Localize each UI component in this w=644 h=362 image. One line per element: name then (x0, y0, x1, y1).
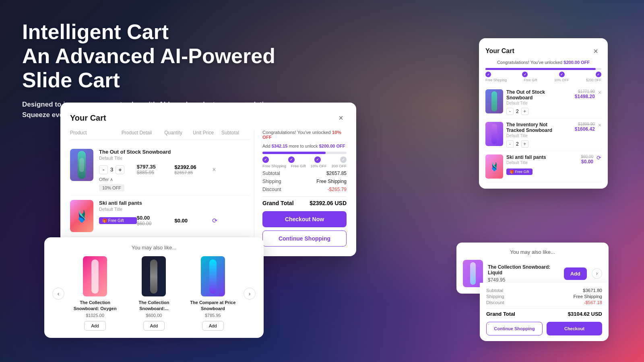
right-progress-dots: ✓ ✓ ✓ ✓ (485, 72, 601, 77)
right-free-gift: 🎁 Free Gift (506, 169, 533, 175)
bs-grand-total: Grand Total $3104.62 USD (486, 308, 602, 317)
right-img-pants: 🩱 (485, 154, 503, 179)
bs-discount-val: -$567.18 (584, 300, 602, 305)
right-orig-2: $1899.90 (563, 122, 595, 126)
main-cart-header: Your Cart × (70, 112, 347, 123)
dot-200off: ✓ (340, 156, 347, 163)
right-cart-close[interactable]: × (590, 45, 601, 57)
label-shipping: Free Shipping (262, 164, 286, 168)
discount-label: Discount (262, 187, 281, 192)
progress-labels: Free Shipping Free Gift 10% OFF 200 OFF (262, 164, 347, 168)
label-200off: 200 OFF (332, 164, 347, 168)
bs-checkout-button[interactable]: Checkout (547, 322, 602, 335)
right-progress-fill (485, 68, 596, 70)
right-qty-2: - 2 + (506, 140, 559, 148)
right-curr-pants: $0.00 (561, 159, 593, 165)
subtotal-row: Subtotal $2657.85 (262, 171, 347, 176)
right-img-snowboard1 (485, 89, 503, 113)
r-label-4: $200 OFF (586, 78, 601, 82)
right-item-pants: 🩱 Ski anti fall pants Default Title 🎁 Fr… (485, 151, 601, 182)
right-increase-1[interactable]: + (521, 108, 528, 115)
right-cart-title: Your Cart (485, 47, 514, 55)
bs-continue-button[interactable]: Continue Shopping (486, 322, 543, 335)
right-variant-2: Default Title (506, 134, 559, 138)
progress-bar (262, 152, 347, 154)
rec-name-3: The Compare at Price Snowboard (186, 300, 239, 311)
rec-next-button[interactable]: › (244, 288, 256, 300)
congrats-text: Congratulations! You've unlocked 10% OFF (262, 130, 347, 140)
qty-control-snowboard: - 3 + (99, 165, 137, 174)
rec-board-2 (150, 259, 157, 294)
rec-mini-next-button[interactable]: › (592, 268, 602, 279)
right-board-1 (491, 91, 497, 111)
main-cart-close[interactable]: × (335, 112, 347, 123)
col-qty: Quantity (164, 130, 193, 136)
right-progress-labels: Free Shipping Free Gift 10% OFF $200 OFF (485, 78, 601, 82)
checkout-button[interactable]: Checkout Now (262, 211, 347, 227)
dot-free-gift: ✓ (288, 156, 295, 163)
dot-free-shipping: ✓ (262, 156, 269, 163)
rec-price-3: $785.95 (186, 313, 239, 318)
right-qty-val-1: 2 (516, 109, 519, 114)
subtotal-label: Subtotal (262, 171, 280, 176)
bs-subtotal-label: Subtotal (486, 288, 503, 293)
rec-item-1: The Collection Snowboard: Oxygen $1025.0… (68, 256, 122, 331)
snowboard-icon (78, 151, 86, 179)
rec-mini-add-button[interactable]: Add (564, 267, 587, 280)
right-item-snowboard1: The Out of Stock Snowboard Default Title… (485, 86, 601, 119)
right-name-2: The Inventory Not Tracked Snowboard (506, 122, 559, 133)
bottom-summary-panel: Subtotal $3671.80 Shipping Free Shipping… (480, 283, 609, 341)
rec-add-1[interactable]: Add (84, 321, 106, 331)
rec-items-list: ‹ The Collection Snowboard: Oxygen $1025… (52, 256, 256, 331)
remove-snowboard[interactable]: × (212, 166, 216, 173)
right-cart-header: Your Cart × (485, 45, 601, 57)
rec-name-2: The Collection Snowboard:... (127, 300, 180, 311)
r-dot-1: ✓ (485, 72, 491, 77)
right-decrease-1[interactable]: - (506, 108, 514, 115)
shipping-label: Shipping (262, 179, 281, 184)
right-price-1: $1771.90 $1498.20 (563, 89, 595, 99)
progress-bar-wrap: ✓ ✓ ✓ ✓ Free Shipping Free Gift 10% OFF … (262, 152, 347, 168)
add-more-text: Add $342.15 more to unlock $200.00 OFF (262, 144, 347, 148)
right-remove-2[interactable]: × (598, 122, 601, 128)
qty-decrease-snowboard[interactable]: - (99, 165, 108, 174)
subtotal-snowboard: $2392.06 (175, 164, 213, 170)
item-name-snowboard: The Out of Stock Snowboard (99, 149, 250, 155)
bs-discount-row: Discount -$567.18 (486, 300, 602, 305)
subtotal-value: $2657.85 (326, 171, 347, 176)
r-label-3: 10% OFF (554, 78, 569, 82)
col-detail: Product Detail (122, 130, 164, 136)
rec-prev-button[interactable]: ‹ (52, 288, 64, 300)
rec-add-3[interactable]: Add (202, 321, 224, 331)
rec-img-3 (201, 256, 225, 296)
rec-mini-name: The Collection Snowboard: Liquid (488, 264, 559, 276)
right-qty-1: - 2 + (506, 108, 559, 115)
qty-increase-snowboard[interactable]: + (116, 165, 124, 174)
right-price-pants: $60.00 $0.00 (561, 154, 593, 165)
continue-shopping-button[interactable]: Continue Shopping (262, 230, 347, 247)
r-dot-2: ✓ (522, 72, 528, 77)
offer-toggle[interactable]: Offer ∧ (99, 177, 113, 182)
col-subtotal: Subtotal (221, 130, 250, 136)
right-increase-2[interactable]: + (521, 140, 528, 148)
right-refresh-pants[interactable]: ⟳ (597, 154, 601, 161)
right-details-pants: Ski anti fall pants Default Title 🎁 Free… (506, 154, 558, 175)
unit-price-snowboard: $797.35 (137, 164, 175, 170)
pants-refresh[interactable]: ⟳ (212, 217, 217, 224)
right-orig-pants: $60.00 (561, 154, 593, 159)
right-remove-1[interactable]: × (598, 89, 601, 96)
bs-grand-val: $3104.62 USD (568, 311, 602, 317)
rec-panel-title: You may also like... (52, 245, 256, 251)
right-board-2 (491, 124, 497, 144)
right-price-2: $1899.90 $1606.42 (563, 122, 595, 132)
label-gift: Free Gift (291, 164, 306, 168)
rec-add-2[interactable]: Add (143, 321, 165, 331)
pants-image: 🩱 (70, 200, 93, 232)
rec-price-2: $600.00 (127, 313, 180, 318)
right-details-2: The Inventory Not Tracked Snowboard Defa… (506, 122, 559, 148)
progress-fill (262, 152, 326, 154)
bs-grand-label: Grand Total (486, 311, 515, 317)
dot-10off: ✓ (314, 156, 321, 163)
right-decrease-2[interactable]: - (506, 140, 514, 148)
free-gift-badge: 🎁 Free Gift (99, 217, 137, 224)
